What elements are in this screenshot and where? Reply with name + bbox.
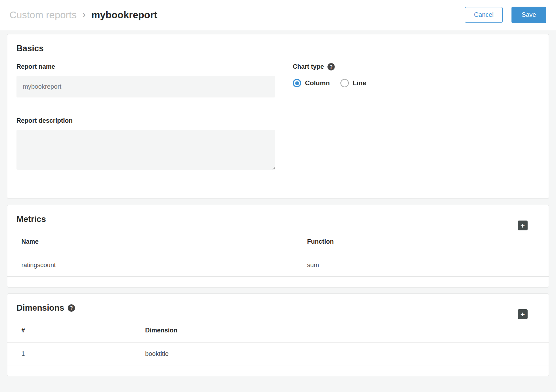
dimensions-title: Dimensions: [16, 303, 64, 313]
report-description-field-block: Report description: [16, 117, 275, 171]
breadcrumb-parent-link[interactable]: Custom reports: [9, 9, 76, 21]
basics-card: Basics Report name Report description Ch…: [7, 34, 549, 199]
basics-title: Basics: [16, 43, 540, 53]
breadcrumb: Custom reports › mybookreport: [9, 9, 157, 21]
header-actions: Cancel Save: [465, 7, 546, 23]
radio-icon: [293, 79, 301, 87]
report-name-field-block: Report name: [16, 63, 275, 97]
metrics-title: Metrics: [16, 214, 46, 224]
dimensions-col-index: #: [7, 320, 131, 343]
save-button[interactable]: Save: [511, 7, 546, 23]
chart-type-help-icon[interactable]: ?: [327, 63, 335, 70]
dimensions-table-head: # Dimension: [7, 320, 549, 343]
metrics-col-name: Name: [7, 232, 293, 254]
dimension-index-cell: 1: [7, 343, 131, 365]
basics-right-column: Chart type ? ColumnLine: [293, 63, 377, 171]
dimensions-table-body: 1booktitle: [7, 343, 549, 365]
metrics-col-function: Function: [293, 232, 549, 254]
cancel-button[interactable]: Cancel: [465, 7, 503, 23]
chart-type-options: ColumnLine: [293, 79, 377, 87]
metric-row[interactable]: ratingscountsum: [7, 254, 549, 277]
metric-name-cell: ratingscount: [7, 254, 293, 277]
metrics-card: Metrics + Name Function ratingscountsum: [7, 205, 549, 288]
add-metric-button[interactable]: +: [518, 221, 528, 230]
page-content: Basics Report name Report description Ch…: [0, 30, 556, 392]
radio-icon: [340, 79, 349, 87]
dimensions-table: # Dimension 1booktitle: [7, 320, 549, 365]
dimensions-card: Dimensions ? + # Dimension 1booktitle: [7, 293, 549, 376]
breadcrumb-chevron-icon: ›: [82, 9, 86, 20]
chart-type-label: Chart type: [293, 63, 324, 70]
radio-label: Column: [305, 79, 330, 87]
radio-label: Line: [353, 79, 366, 87]
report-description-textarea[interactable]: [16, 130, 275, 170]
dimensions-section-head: Dimensions ?: [16, 303, 549, 313]
report-name-input[interactable]: [16, 76, 275, 97]
dimensions-help-icon[interactable]: ?: [68, 304, 75, 312]
breadcrumb-current: mybookreport: [91, 9, 157, 21]
metrics-table-head: Name Function: [7, 232, 549, 254]
chart-type-radio-line[interactable]: Line: [340, 79, 366, 87]
report-description-label: Report description: [16, 117, 275, 124]
metrics-table-body: ratingscountsum: [7, 254, 549, 277]
dimension-name-cell: booktitle: [131, 343, 549, 365]
basics-columns: Report name Report description Chart typ…: [16, 63, 540, 171]
dimension-row[interactable]: 1booktitle: [7, 343, 549, 365]
metric-function-cell: sum: [293, 254, 549, 277]
basics-left-column: Report name Report description: [16, 63, 275, 171]
chart-type-label-row: Chart type ?: [293, 63, 377, 70]
metrics-table: Name Function ratingscountsum: [7, 232, 549, 277]
add-dimension-button[interactable]: +: [518, 309, 528, 319]
chart-type-radio-column[interactable]: Column: [293, 79, 330, 87]
page-header: Custom reports › mybookreport Cancel Sav…: [0, 0, 556, 30]
dimensions-col-dimension: Dimension: [131, 320, 549, 343]
report-name-label: Report name: [16, 63, 275, 70]
metrics-section-head: Metrics: [16, 214, 549, 224]
